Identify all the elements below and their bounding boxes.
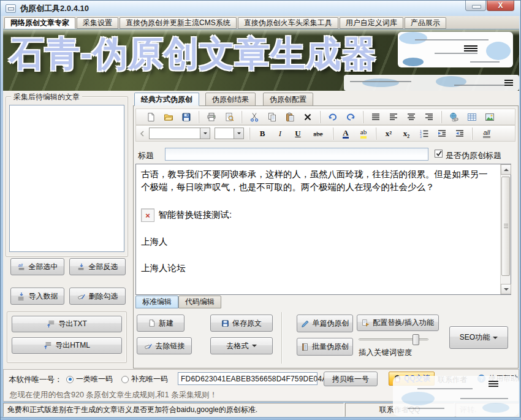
new-article-icon — [148, 319, 156, 327]
cut-button[interactable] — [248, 111, 261, 123]
superscript-icon: x² — [386, 129, 392, 139]
highlight-button[interactable]: ab — [357, 128, 370, 140]
indent-button[interactable] — [435, 128, 449, 140]
font-color-button[interactable]: A — [339, 128, 352, 140]
rewrite-title-checkbox[interactable] — [435, 150, 443, 158]
redo-button[interactable] — [344, 111, 357, 123]
font-size-select[interactable] — [215, 128, 244, 139]
outdent-icon — [455, 129, 465, 139]
pending-articles-list[interactable] — [9, 105, 124, 252]
invert-selection-label: 全部反选 — [89, 262, 118, 272]
serial-number-field[interactable]: FD6D623041EABEB356658D4F759DE04A — [178, 372, 318, 385]
tab-custom-dictionary[interactable]: 用户自定义词库 — [340, 17, 403, 29]
copy-button[interactable] — [265, 111, 279, 123]
keyword-density-slider[interactable] — [359, 334, 428, 345]
print-button[interactable] — [205, 111, 218, 123]
rich-text-editor[interactable]: 古语，教导我们不要阿谀奉承，这样的人，虽然八面玲珑，往往活的很累。但是如果另一个… — [135, 164, 511, 295]
batch-rewrite-button[interactable]: 批量伪原创 — [297, 338, 353, 356]
undo-button[interactable] — [326, 111, 340, 123]
print-icon — [207, 112, 216, 122]
scroll-up-button[interactable] — [501, 164, 511, 175]
italic-button[interactable]: I — [273, 128, 287, 140]
paste-button[interactable] — [283, 111, 297, 123]
toolbar-row-1 — [135, 109, 515, 125]
export-html-icon — [44, 342, 52, 350]
new-document-button[interactable] — [144, 111, 158, 123]
tab-locomotive-tool[interactable]: 直接伪原创火车头采集工具 — [238, 17, 338, 29]
import-data-button[interactable]: 导入数据 — [10, 288, 64, 305]
delete-button[interactable] — [301, 111, 314, 123]
tab-standard-edit[interactable]: 标准编辑 — [135, 296, 178, 308]
single-rewrite-button[interactable]: 单篇伪原创 — [297, 315, 353, 332]
align-right-button[interactable] — [422, 111, 436, 123]
close-button[interactable]: X — [487, 1, 514, 11]
editor-image-caption: 智能替换链接测试: — [158, 210, 232, 220]
seo-functions-button[interactable]: SEO功能 — [449, 326, 508, 349]
tab-original-article-expert[interactable]: 网络原创文章专家 — [4, 17, 75, 29]
superscript-button[interactable]: x² — [382, 128, 395, 140]
tab-product-display[interactable]: 产品展示 — [405, 17, 446, 29]
tab-rewrite-result[interactable]: 伪原创结果 — [205, 93, 256, 106]
font-family-dropdown-icon[interactable] — [200, 128, 210, 139]
editor-content: 古语，教导我们不要阿谀奉承，这样的人，虽然八面玲珑，往往活的很累。但是如果另一个… — [141, 168, 493, 275]
tab-classic-rewrite[interactable]: 经典方式伪原创 — [134, 93, 199, 106]
radio-secondary-code[interactable]: 补充唯一码 — [121, 374, 168, 384]
scroll-down-button[interactable] — [501, 284, 511, 294]
align-center-button[interactable] — [405, 111, 418, 123]
bottom-watermark — [393, 376, 519, 416]
export-html-button[interactable]: 导出HTML — [12, 337, 122, 354]
underline-button[interactable]: U — [291, 128, 305, 140]
subscript-button[interactable]: x₂ — [400, 128, 413, 140]
tab-rewrite-config[interactable]: 伪原创配置 — [263, 93, 313, 106]
title-input[interactable] — [165, 148, 428, 161]
toolbar-overflow-left-icon[interactable] — [140, 131, 145, 137]
save-icon — [181, 112, 191, 122]
align-justify-button[interactable] — [369, 111, 382, 123]
arrow-down-icon — [504, 288, 509, 293]
scrollbar-thumb[interactable] — [501, 177, 510, 276]
export-txt-button[interactable]: 导出TXT — [12, 316, 122, 332]
editor-vertical-scrollbar[interactable] — [500, 164, 511, 294]
remove-links-button[interactable]: 去除链接 — [137, 337, 192, 354]
bold-button[interactable]: B — [256, 128, 269, 140]
align-left-button[interactable] — [387, 111, 400, 123]
select-all-label: 全部选中 — [29, 262, 58, 272]
app-icon[interactable] — [6, 4, 16, 13]
hyperlink-button[interactable] — [447, 111, 461, 123]
invert-selection-icon — [77, 262, 86, 271]
titlebar: 伪原创工具2.0.4.10 X — [1, 1, 520, 16]
configure-replace-icon — [362, 319, 370, 327]
radio-primary-code[interactable]: 一类唯一码 — [66, 374, 113, 384]
invert-selection-button[interactable]: 全部反选 — [69, 258, 126, 275]
delete-checked-button[interactable]: 删除勾选 — [69, 288, 126, 305]
table-button[interactable] — [465, 111, 479, 123]
save-original-button[interactable]: 保存原文 — [210, 315, 273, 332]
tab-cms-update[interactable]: 直接伪原创并更新主流CMS系统 — [120, 17, 237, 29]
radio-secondary-icon[interactable] — [121, 376, 129, 383]
select-all-button[interactable]: all 全部选中 — [10, 258, 64, 275]
tab-collect-settings[interactable]: 采集设置 — [77, 17, 118, 29]
underline-icon: U — [295, 129, 300, 139]
status-left-text: 免费和正式版差别在于生成的文章语义是否更加符合baidu,google的原创标准… — [7, 405, 257, 415]
select-all-text-button[interactable]: all — [478, 128, 495, 140]
print-preview-button[interactable] — [222, 111, 236, 123]
configure-replace-button[interactable]: 配置替换/插入功能 — [357, 315, 439, 331]
open-folder-button[interactable] — [162, 111, 175, 123]
font-family-select[interactable] — [149, 128, 210, 139]
radio-primary-icon[interactable] — [66, 376, 74, 383]
slider-thumb[interactable] — [413, 334, 419, 345]
strikethrough-button[interactable]: abe — [309, 128, 327, 140]
outdent-button[interactable] — [453, 128, 466, 140]
minimize-button[interactable] — [465, 1, 486, 11]
remove-format-button[interactable]: 去格式 — [210, 337, 273, 354]
unique-id-label: 本软件唯一号： — [9, 375, 63, 385]
tab-code-edit[interactable]: 代码编辑 — [178, 296, 221, 308]
font-size-dropdown-icon[interactable] — [234, 128, 243, 139]
new-article-button[interactable]: 新建 — [137, 315, 184, 332]
ordered-list-button[interactable]: 123 — [417, 128, 431, 140]
insert-image-button[interactable] — [483, 111, 496, 123]
save-button[interactable] — [180, 111, 193, 123]
subscript-icon: x₂ — [403, 129, 409, 139]
copy-unique-id-button[interactable]: 拷贝唯一号 — [324, 372, 378, 386]
rules-info-text: 您现在使用的包含920 条原创文章生成规则,和1 条采集规则！ — [10, 390, 217, 400]
